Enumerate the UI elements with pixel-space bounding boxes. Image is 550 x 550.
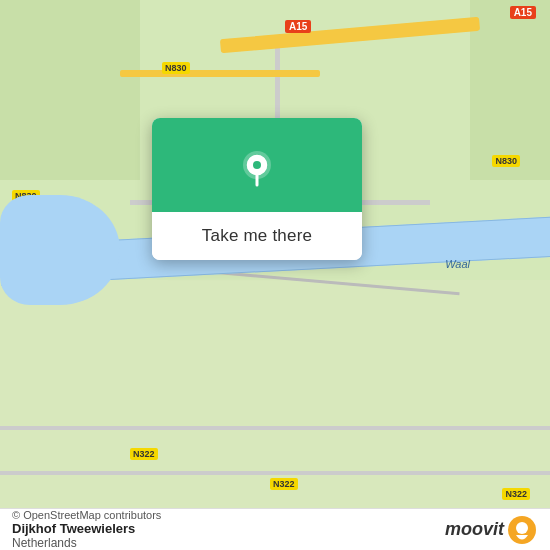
road-label-n322-m: N322: [270, 478, 298, 490]
take-me-there-button[interactable]: Take me there: [152, 212, 362, 260]
bottom-bar: © OpenStreetMap contributors Dijkhof Twe…: [0, 508, 550, 550]
road-label-n830-right: N830: [492, 155, 520, 167]
road-line: [0, 426, 550, 430]
place-country: Netherlands: [12, 536, 161, 550]
river-label: Waal: [445, 258, 470, 270]
road-label-n830-top: N830: [162, 62, 190, 74]
svg-point-2: [253, 161, 261, 169]
moovit-text: moovit: [445, 519, 504, 540]
map-container: A15 A15 N830 N830 N830 Waal N322 N322 N3…: [0, 0, 550, 550]
place-info: © OpenStreetMap contributors Dijkhof Twe…: [12, 509, 161, 550]
road-label-a15-1: A15: [285, 20, 311, 33]
road-line: [0, 471, 550, 475]
svg-point-5: [516, 522, 528, 534]
river-area: [0, 195, 120, 305]
moovit-logo: moovit: [445, 514, 538, 546]
map-field: [470, 0, 550, 180]
map-field: [0, 0, 140, 180]
popup-header: [152, 118, 362, 212]
place-name: Dijkhof Tweewielers: [12, 521, 161, 536]
osm-attribution: © OpenStreetMap contributors: [12, 509, 161, 521]
road-label-a15-2: A15: [510, 6, 536, 19]
road-n830: [120, 70, 320, 77]
road-label-n322-r: N322: [502, 488, 530, 500]
location-pin-icon: [234, 146, 280, 192]
location-popup: Take me there: [152, 118, 362, 260]
road-label-n322-l: N322: [130, 448, 158, 460]
moovit-icon: [506, 514, 538, 546]
